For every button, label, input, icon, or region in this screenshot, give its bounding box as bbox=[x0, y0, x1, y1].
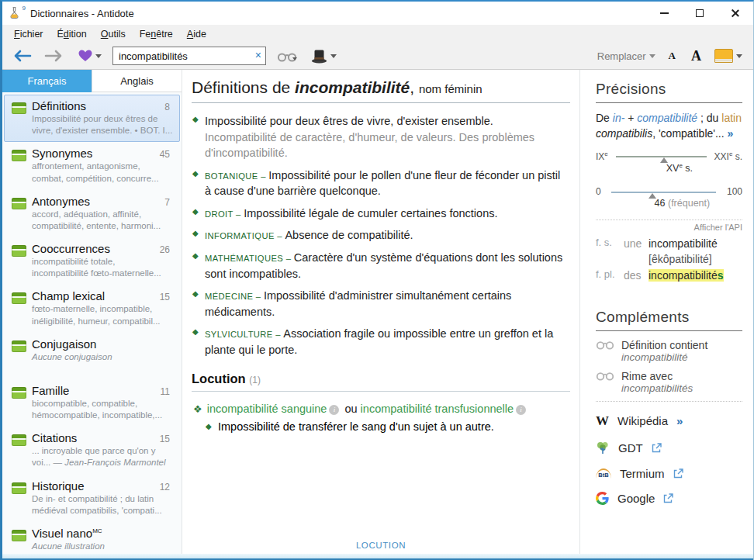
dictionary-icon bbox=[12, 387, 26, 399]
sidebar-item-count: 7 bbox=[164, 197, 173, 208]
termium-link[interactable]: BtB Termium bbox=[596, 467, 742, 480]
diamond-bullet-icon: ◆ bbox=[192, 114, 199, 125]
increase-font-button[interactable]: A bbox=[686, 48, 707, 64]
sidebar-item-synonymes[interactable]: Synonymes45 affrontement, antagonisme, c… bbox=[4, 142, 180, 189]
search-mode-button[interactable] bbox=[274, 49, 300, 64]
form-phonetic: [êkôpatibilité] bbox=[596, 252, 742, 266]
replace-button[interactable]: Remplacer bbox=[594, 49, 659, 64]
definition-item: ◆ MÉDECINE – Impossibilité d'administrer… bbox=[192, 288, 566, 320]
era-marker-label: XVe s. bbox=[666, 162, 693, 174]
sidebar-item-visuel-nano[interactable]: Visuel nanoMC Aucune illustration bbox=[4, 522, 180, 554]
menu-fenetre[interactable]: Fenêtre bbox=[133, 26, 180, 42]
sidebar-item-conjugaison[interactable]: Conjugaison Aucune conjugaison bbox=[4, 333, 180, 368]
diamond-bullet-icon: ◆ bbox=[192, 228, 199, 239]
sidebar-item-title: Conjugaison bbox=[32, 337, 96, 351]
domain-label: DROIT – bbox=[205, 209, 244, 219]
bottom-strip bbox=[2, 554, 753, 560]
precisions-divider bbox=[596, 102, 742, 103]
chevrons-icon: » bbox=[676, 414, 683, 427]
menu-fichier[interactable]: Fichier bbox=[7, 26, 50, 42]
search-input[interactable] bbox=[112, 47, 266, 65]
menu-bar: Fichier Édition Outils Fenêtre Aide bbox=[2, 25, 753, 43]
forward-arrow-icon bbox=[44, 50, 63, 62]
sidebar-item-desc: Impossibilité pour deux êtres de vivre, … bbox=[32, 113, 173, 137]
sidebar-item-famille[interactable]: Famille11 biocompatible, compatible, hém… bbox=[4, 379, 180, 427]
sidebar-item-cooccurrences[interactable]: Cooccurrences26 incompatibilité totale, … bbox=[4, 237, 180, 285]
domain-label: MATHÉMATIQUES – bbox=[205, 254, 294, 263]
sidebar-item-antonymes[interactable]: Antonymes7 accord, adéquation, affinité,… bbox=[4, 190, 180, 237]
dictionary-selector-button[interactable] bbox=[711, 47, 745, 64]
part-of-speech: nom féminin bbox=[419, 82, 482, 95]
definition-item: ◆ INFORMATIQUE – Absence de compatibilit… bbox=[192, 227, 566, 244]
sidebar-item-desc: Aucune conjugaison bbox=[32, 351, 173, 363]
menu-edition[interactable]: Édition bbox=[50, 26, 94, 42]
sidebar-item-desc: accord, adéquation, affinité, compatibil… bbox=[32, 209, 173, 232]
sidebar-item-champ-lexical[interactable]: Champ lexical15 fœto-maternelle, incompa… bbox=[4, 285, 180, 332]
locution-link-transfusionnelle[interactable]: incompatibilité transfusionnelle bbox=[361, 403, 514, 415]
top-hat-icon bbox=[311, 49, 327, 64]
google-link[interactable]: Google bbox=[596, 492, 742, 505]
lookup-definition-contient[interactable]: Définition contient incompatibilité bbox=[596, 339, 742, 363]
frequency-timeline-line bbox=[611, 192, 716, 193]
locution-count: (1) bbox=[249, 375, 261, 385]
dictionary-icon bbox=[12, 292, 26, 304]
back-arrow-icon bbox=[13, 50, 32, 62]
clear-search-icon[interactable]: × bbox=[255, 49, 261, 61]
close-button[interactable] bbox=[718, 2, 753, 25]
info-icon[interactable]: i bbox=[329, 405, 339, 415]
diamond-bullet-icon: ◆ bbox=[192, 251, 199, 261]
dictionary-caret-icon bbox=[736, 54, 742, 58]
info-icon[interactable]: i bbox=[516, 405, 526, 415]
sidebar-item-count: 15 bbox=[160, 434, 173, 444]
domain-label: SYLVICULTURE – bbox=[205, 330, 283, 339]
sidebar: Français Anglais Définitions8 Impossibil… bbox=[2, 70, 182, 554]
minimize-button[interactable] bbox=[646, 2, 682, 25]
citation-author: Jean-François Marmontel bbox=[64, 458, 165, 467]
etym-more-link[interactable]: » bbox=[728, 127, 734, 140]
title-divider bbox=[192, 102, 570, 103]
form-plural: f. pl. des incompatibilités bbox=[596, 268, 742, 282]
maximize-button[interactable] bbox=[682, 2, 718, 25]
show-api-link[interactable]: Afficher l'API bbox=[596, 223, 742, 232]
sidebar-item-definitions[interactable]: Définitions8 Impossibilité pour deux êtr… bbox=[4, 95, 180, 142]
diamond-bullet-icon: ◆ bbox=[192, 289, 199, 299]
menu-aide[interactable]: Aide bbox=[180, 26, 213, 42]
sidebar-item-citations[interactable]: Citations15 ... incroyable que parce qu'… bbox=[4, 427, 180, 474]
sidebar-item-desc: affrontement, antagonisme, combat, compé… bbox=[32, 161, 173, 184]
precisions-panel: Précisions De in- + compatibilité ; du l… bbox=[579, 70, 753, 554]
dictionary-book-icon bbox=[714, 49, 733, 63]
lookup-rime-avec[interactable]: Rime avec incompatibilités bbox=[596, 370, 742, 394]
corrector-button[interactable] bbox=[308, 47, 340, 65]
decrease-font-button[interactable]: A bbox=[663, 50, 681, 62]
gdt-link[interactable]: GDT bbox=[596, 441, 742, 455]
sidebar-item-desc: De in- et compatibilité ; du latin médié… bbox=[32, 493, 173, 517]
replace-caret-icon bbox=[649, 54, 655, 58]
locution-footer-link[interactable]: LOCUTION bbox=[182, 541, 579, 550]
back-button[interactable] bbox=[10, 48, 35, 64]
sidebar-item-title: Champ lexical bbox=[32, 289, 105, 302]
sidebar-item-historique[interactable]: Historique12 De in- et compatibilité ; d… bbox=[4, 475, 180, 522]
forward-button[interactable] bbox=[41, 48, 66, 64]
wikipedia-icon: W bbox=[596, 413, 609, 429]
latin-label: latin bbox=[721, 112, 742, 124]
wikipedia-link[interactable]: W Wikipédia » bbox=[596, 413, 742, 429]
menu-outils[interactable]: Outils bbox=[94, 26, 133, 42]
binoculars-icon bbox=[596, 339, 614, 350]
sidebar-item-desc: fœto-maternelle, incompatible, inéligibi… bbox=[32, 303, 173, 327]
definition-item: ◆ DROIT – Impossibilité légale de cumule… bbox=[192, 206, 566, 222]
etym-link-compatibilite[interactable]: compatibilité bbox=[637, 112, 697, 124]
frequency-marker-label: 46 (fréquent) bbox=[655, 198, 711, 209]
sidebar-item-title: Antonymes bbox=[32, 195, 90, 208]
favorites-button[interactable] bbox=[75, 48, 105, 64]
tab-anglais[interactable]: Anglais bbox=[92, 70, 182, 92]
tab-francais[interactable]: Français bbox=[2, 70, 92, 92]
locution-link-sanguine[interactable]: incompatibilité sanguine bbox=[207, 403, 327, 415]
dictionary-icon bbox=[12, 198, 26, 209]
definition-text: Impossibilité pour deux êtres de vivre, … bbox=[205, 115, 493, 127]
toolbar-right-group: Remplacer A A bbox=[594, 47, 745, 64]
diamond-bullet-icon: ◆ bbox=[192, 206, 199, 217]
sidebar-item-desc: biocompatible, compatible, hémocompatibl… bbox=[32, 398, 173, 421]
etym-link-in[interactable]: in- bbox=[613, 112, 625, 124]
definition-item: ◆ BOTANIQUE – Impossibilité pour le poll… bbox=[192, 168, 566, 199]
minimize-icon bbox=[660, 12, 669, 14]
